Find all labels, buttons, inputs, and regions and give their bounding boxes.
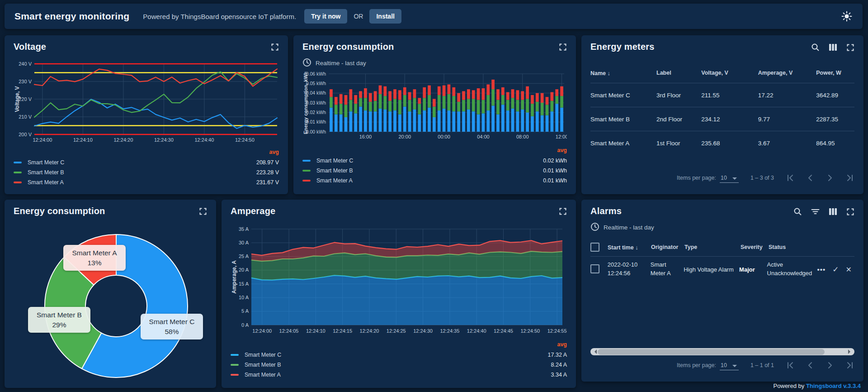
energy-bars-legend: avg Smart Meter C0.02 kWh Smart Meter B0… [302,147,567,186]
svg-text:30 A: 30 A [239,240,249,245]
legend-item[interactable]: Smart Meter B223.28 V [14,167,279,177]
thingsboard-version-link[interactable]: Thingsboard v.3.3.4 [806,382,861,389]
legend-color-dash [231,374,239,376]
alarms-table: Start time ↓OriginatorTypeSeverityStatus… [590,238,854,282]
svg-text:240 V: 240 V [19,61,32,67]
try-it-now-button[interactable]: Try it now [304,9,347,24]
legend-avg-label: avg [302,147,567,156]
page-range-label: 1 – 3 of 3 [750,175,774,181]
column-header[interactable]: Amperage, V [758,70,816,76]
energy-consumption-bars-widget: Energy consumption Realtime - last day 0… [293,35,576,194]
first-page-icon[interactable] [786,361,795,369]
legend-avg-label: avg [231,341,567,350]
first-page-icon[interactable] [786,174,795,182]
svg-text:0.01 kWh: 0.01 kWh [306,119,326,124]
column-header[interactable]: Type [684,244,741,250]
table-row[interactable]: Smart Meter A1st Floor235.683.67864.95 [590,131,854,155]
svg-text:12:24:40: 12:24:40 [194,137,214,143]
next-page-icon[interactable] [826,174,835,182]
svg-text:08:00: 08:00 [516,134,529,139]
svg-text:35 A: 35 A [239,226,249,232]
pagination-nav [786,174,854,182]
fullscreen-icon[interactable] [559,207,567,215]
filter-icon[interactable] [811,208,820,215]
energy-meters-widget: Energy meters Name ↓LabelVoltage, VAmper… [581,35,863,194]
column-header[interactable]: Name ↓ [590,70,656,76]
search-icon[interactable] [811,43,820,52]
svg-text:12:24:10: 12:24:10 [73,137,93,143]
alarm-row[interactable]: 2022-02-1012:24:56 SmartMeter A High Vol… [590,256,854,282]
items-per-page-select[interactable]: 10 [720,173,739,183]
more-actions-icon[interactable]: ••• [817,266,826,273]
svg-text:10 A: 10 A [239,295,249,300]
svg-text:12:24:45: 12:24:45 [494,328,513,334]
scroll-left-arrow-icon[interactable] [592,349,597,354]
legend-item[interactable]: Smart Meter A3.34 A [231,370,567,380]
fullscreen-icon[interactable] [271,43,279,51]
timewindow-button[interactable]: Realtime - last day [590,222,854,233]
fullscreen-icon[interactable] [199,207,207,215]
page-range-label: 1 – 1 of 1 [750,362,774,368]
svg-text:12:24:05: 12:24:05 [279,328,299,334]
legend-color-dash [302,180,311,182]
svg-text:0.03 kWh: 0.03 kWh [306,100,326,105]
voltage-legend: avg Smart Meter C208.97 V Smart Meter B2… [14,149,279,187]
amperage-area-chart: 0 A5 A10 A15 A20 A25 A30 A35 A12:24:0012… [231,226,567,339]
legend-item[interactable]: Smart Meter C208.97 V [14,158,279,167]
scroll-right-arrow-icon[interactable] [848,349,853,354]
clock-icon [302,58,311,68]
svg-text:Energy consumption, kWh: Energy consumption, kWh [303,72,308,134]
legend-item[interactable]: Smart Meter C17.32 A [231,350,567,360]
horizontal-scrollbar[interactable] [590,348,854,355]
timewindow-button[interactable]: Realtime - last day [302,58,567,68]
svg-text:25 A: 25 A [239,253,249,259]
column-header[interactable]: Severity [741,244,769,250]
pie-label-smart-meter-a: Smart Meter A 13% [63,245,126,271]
svg-text:12:24:00: 12:24:00 [33,137,52,143]
svg-text:12:24:15: 12:24:15 [333,328,352,334]
scrollbar-thumb[interactable] [598,349,825,355]
previous-page-icon[interactable] [806,174,815,182]
columns-icon[interactable] [829,43,837,51]
items-per-page-select[interactable]: 10 [720,361,739,370]
legend-item[interactable]: Smart Meter A231.67 V [14,177,279,187]
table-row[interactable]: Smart Meter C3rd Floor211.5517.223642.89 [590,83,854,107]
row-checkbox[interactable] [590,264,599,273]
column-header[interactable]: Start time ↓ [608,244,651,251]
fullscreen-icon[interactable] [846,43,854,52]
last-page-icon[interactable] [845,361,854,369]
next-page-icon[interactable] [826,361,835,369]
last-page-icon[interactable] [845,174,854,182]
theme-toggle-sun-icon[interactable] [841,10,853,22]
search-icon[interactable] [793,207,802,216]
legend-color-dash [231,354,239,356]
fullscreen-icon[interactable] [559,43,567,51]
legend-item[interactable]: Smart Meter B0.01 kWh [302,166,567,176]
svg-text:12:24:30: 12:24:30 [413,328,433,334]
legend-color-dash [231,364,239,366]
widget-title: Energy consumption [14,206,105,216]
fullscreen-icon[interactable] [846,208,854,216]
svg-text:12:24:40: 12:24:40 [467,328,486,334]
install-button[interactable]: Install [369,9,401,24]
columns-icon[interactable] [829,208,837,215]
legend-item[interactable]: Smart Meter A0.01 kWh [302,176,567,186]
energy-meters-table: Name ↓LabelVoltage, VAmperage, VPower, W… [590,63,854,155]
svg-text:0.00 kWh: 0.00 kWh [306,129,326,134]
column-header[interactable]: Originator [651,244,684,250]
legend-item[interactable]: Smart Meter C0.02 kWh [302,156,567,166]
widget-title: Alarms [590,206,622,216]
previous-page-icon[interactable] [806,361,815,369]
clear-alarm-icon[interactable]: ✕ [846,265,852,274]
items-per-page-label: Items per page: [677,362,716,368]
table-row[interactable]: Smart Meter B2nd Floor234.129.772287.35 [590,107,854,131]
column-header[interactable]: Power, W [816,70,854,76]
acknowledge-icon[interactable]: ✓ [832,265,839,274]
column-header[interactable]: Voltage, V [701,70,758,76]
legend-item[interactable]: Smart Meter B8.24 A [231,360,567,370]
clock-icon [590,222,599,233]
column-header[interactable]: Status [769,244,819,250]
select-all-checkbox[interactable] [590,243,599,252]
items-per-page-label: Items per page: [677,175,716,181]
column-header[interactable]: Label [656,70,701,76]
